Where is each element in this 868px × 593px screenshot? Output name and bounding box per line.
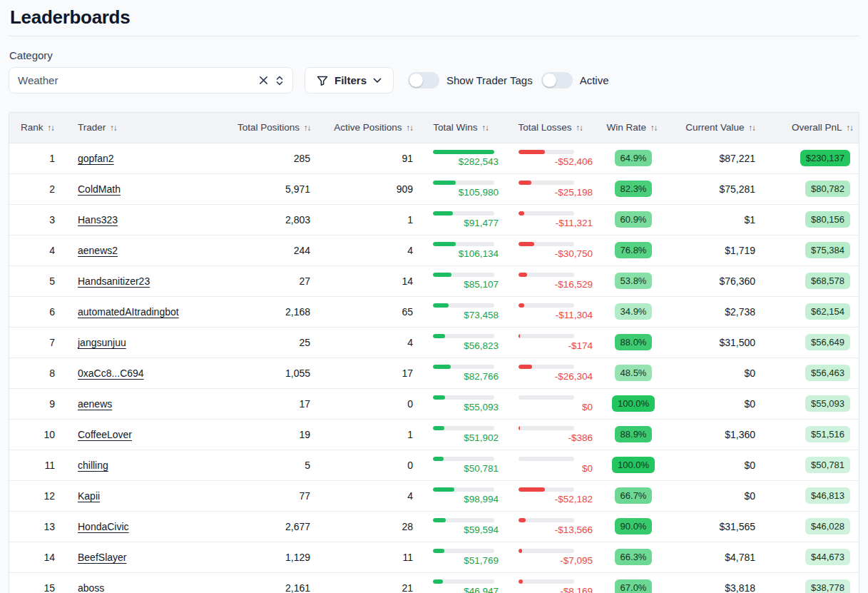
column-header-rank[interactable]: Rank↑↓ — [9, 113, 69, 143]
losses-bar-fill — [519, 579, 523, 584]
table-row: 9 aenews 17 0 $55,093 $0 100.0% $0 $55,0… — [9, 388, 859, 419]
total-wins-meter: $46,947 — [433, 573, 499, 593]
column-header-trader[interactable]: Trader↑↓ — [69, 113, 238, 143]
clear-icon[interactable] — [259, 76, 268, 85]
total-losses-value: -$11,304 — [519, 310, 593, 320]
column-header-win-rate[interactable]: Win Rate↑↓ — [596, 113, 671, 143]
wins-bar-track — [433, 181, 494, 185]
total-losses-meter: -$174 — [519, 328, 593, 358]
losses-bar-track — [519, 303, 574, 308]
trader-link[interactable]: HondaCivic — [78, 521, 129, 532]
wins-bar-track — [433, 457, 494, 461]
sort-icon[interactable]: ↑↓ — [749, 123, 756, 132]
losses-bar-fill — [519, 181, 531, 185]
active-positions-value: 11 — [317, 542, 423, 572]
sort-icon[interactable]: ↑↓ — [110, 123, 117, 132]
sort-icon[interactable]: ↑↓ — [847, 123, 854, 132]
column-header-overall-pnl[interactable]: Overall PnL↑↓ — [761, 113, 859, 143]
trader-link[interactable]: ColdMath — [78, 183, 121, 195]
wins-bar-track — [433, 518, 494, 522]
active-positions-value: 0 — [317, 450, 423, 480]
pnl-badge: $75,384 — [805, 242, 850, 258]
trader-link[interactable]: Handsanitizer23 — [78, 275, 150, 287]
trader-link[interactable]: jangsunjuu — [78, 337, 126, 348]
show-trader-tags-toggle[interactable] — [408, 72, 439, 88]
trader-link[interactable]: aboss — [78, 582, 104, 593]
table-header-row: Rank↑↓ Trader↑↓ Total Positions↑↓ Active… — [9, 113, 859, 143]
sort-icon[interactable]: ↑↓ — [304, 123, 311, 132]
current-value: $31,500 — [671, 327, 761, 358]
rank-value: 4 — [9, 235, 69, 265]
pnl-badge: $68,578 — [805, 273, 850, 289]
column-header-total-wins[interactable]: Total Wins↑↓ — [423, 113, 501, 143]
wins-bar-track — [433, 395, 494, 400]
wins-bar-track — [433, 242, 494, 246]
losses-bar-fill — [519, 150, 545, 154]
category-selected-value: Weather — [18, 74, 259, 86]
sort-icon[interactable]: ↑↓ — [650, 123, 658, 132]
total-wins-meter: $59,594 — [433, 512, 499, 542]
select-chevrons-icon[interactable] — [275, 75, 284, 86]
table-row: 3 Hans323 2,803 1 $91,477 -$11,321 60.9%… — [9, 204, 859, 235]
sort-icon[interactable]: ↑↓ — [48, 123, 55, 132]
trader-link[interactable]: gopfan2 — [78, 153, 114, 164]
column-header-current-value[interactable]: Current Value↑↓ — [671, 113, 761, 143]
losses-bar-track — [519, 211, 574, 216]
trader-link[interactable]: 0xaCc8...C694 — [78, 368, 144, 379]
losses-bar-fill — [519, 487, 545, 492]
active-positions-value: 91 — [317, 143, 423, 173]
active-positions-value: 65 — [317, 296, 423, 327]
total-losses-meter: $0 — [519, 389, 593, 419]
pnl-badge: $230,137 — [800, 150, 850, 166]
sort-icon[interactable]: ↑↓ — [576, 123, 583, 132]
wins-bar-track — [433, 211, 494, 216]
leaderboard-table: Rank↑↓ Trader↑↓ Total Positions↑↓ Active… — [9, 112, 859, 593]
toggle-knob — [543, 74, 556, 87]
table-row: 10 CoffeeLover 19 1 $51,902 -$386 88.9% … — [9, 419, 859, 450]
category-select[interactable]: Weather — [9, 67, 293, 93]
trader-link[interactable]: CoffeeLover — [78, 429, 132, 440]
active-toggle[interactable] — [541, 72, 573, 88]
current-value: $3,818 — [671, 572, 761, 593]
losses-bar-fill — [519, 426, 520, 430]
trader-link[interactable]: aenews — [78, 398, 112, 410]
filters-button[interactable]: Filters — [305, 67, 394, 93]
wins-bar-fill — [433, 211, 453, 216]
win-rate-badge: 88.9% — [615, 426, 653, 442]
losses-bar-track — [519, 334, 574, 338]
total-wins-value: $51,769 — [433, 556, 499, 566]
total-losses-value: -$16,529 — [519, 280, 593, 290]
trader-link[interactable]: Kapii — [78, 490, 100, 502]
trader-link[interactable]: chilling — [78, 460, 108, 471]
wins-bar-track — [433, 426, 494, 430]
wins-bar-track — [433, 273, 494, 277]
trader-link[interactable]: BeefSlayer — [78, 552, 126, 563]
total-positions-value: 17 — [238, 388, 317, 419]
wins-bar-fill — [433, 334, 445, 338]
table-row: 11 chilling 5 0 $50,781 $0 100.0% $0 $50… — [9, 450, 859, 480]
wins-bar-fill — [433, 487, 454, 492]
active-positions-value: 0 — [317, 388, 423, 419]
win-rate-badge: 66.7% — [615, 487, 653, 504]
total-wins-value: $105,980 — [433, 188, 499, 198]
total-losses-meter: $0 — [519, 450, 593, 480]
pnl-badge: $44,673 — [805, 549, 850, 565]
sort-icon[interactable]: ↑↓ — [482, 123, 489, 132]
current-value: $1 — [671, 204, 761, 235]
active-positions-value: 21 — [317, 572, 423, 593]
wins-bar-fill — [433, 273, 451, 277]
column-header-total-positions[interactable]: Total Positions↑↓ — [238, 113, 317, 143]
total-wins-meter: $105,980 — [433, 174, 499, 204]
total-positions-value: 244 — [238, 235, 317, 265]
trader-link[interactable]: Hans323 — [78, 214, 118, 225]
sort-icon[interactable]: ↑↓ — [407, 123, 414, 132]
table-row: 6 automatedAItradingbot 2,168 65 $73,458… — [9, 296, 859, 327]
trader-link[interactable]: aenews2 — [78, 245, 118, 256]
current-value: $4,781 — [671, 542, 761, 572]
win-rate-badge: 53.8% — [615, 273, 653, 289]
total-positions-value: 2,161 — [238, 572, 317, 593]
pnl-badge: $38,778 — [805, 579, 850, 593]
column-header-total-losses[interactable]: Total Losses↑↓ — [501, 113, 596, 143]
column-header-active-positions[interactable]: Active Positions↑↓ — [317, 113, 423, 143]
trader-link[interactable]: automatedAItradingbot — [78, 306, 179, 318]
